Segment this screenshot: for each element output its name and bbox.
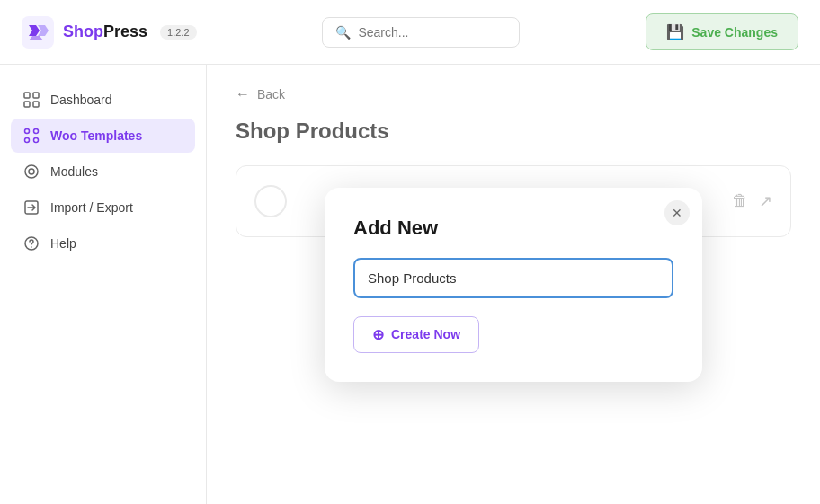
svg-point-10 bbox=[29, 169, 34, 174]
sidebar-item-dashboard-label: Dashboard bbox=[50, 93, 112, 107]
svg-point-6 bbox=[34, 129, 39, 134]
sidebar-item-dashboard[interactable]: Dashboard bbox=[11, 83, 195, 117]
modal-overlay: ✕ Add New ⊕ Create Now bbox=[207, 65, 820, 504]
logo-area: ShopPress 1.2.2 bbox=[22, 16, 197, 49]
version-badge: 1.2.2 bbox=[160, 25, 196, 40]
save-icon: 💾 bbox=[666, 23, 684, 40]
svg-rect-2 bbox=[33, 93, 39, 98]
search-icon: 🔍 bbox=[335, 25, 351, 40]
svg-rect-1 bbox=[24, 93, 30, 98]
save-button[interactable]: 💾 Save Changes bbox=[646, 13, 798, 50]
header: ShopPress 1.2.2 🔍 💾 Save Changes bbox=[0, 0, 820, 65]
svg-point-7 bbox=[25, 138, 30, 143]
logo-text: ShopPress bbox=[63, 22, 147, 41]
sidebar-item-modules[interactable]: Modules bbox=[11, 155, 195, 189]
modules-icon bbox=[23, 164, 40, 180]
create-label: Create Now bbox=[391, 327, 460, 341]
search-box[interactable]: 🔍 bbox=[322, 17, 520, 48]
sidebar-item-import-export[interactable]: Import / Export bbox=[11, 190, 195, 225]
svg-rect-3 bbox=[24, 102, 30, 107]
add-new-modal: ✕ Add New ⊕ Create Now bbox=[325, 188, 702, 382]
create-now-button[interactable]: ⊕ Create Now bbox=[353, 316, 479, 353]
sidebar-item-woo-templates[interactable]: Woo Templates bbox=[11, 119, 195, 153]
sidebar-item-import-export-label: Import / Export bbox=[50, 200, 133, 215]
woo-templates-icon bbox=[23, 128, 40, 144]
modal-name-input[interactable] bbox=[353, 258, 673, 298]
save-label: Save Changes bbox=[691, 25, 778, 40]
import-export-icon bbox=[23, 199, 40, 216]
dashboard-icon bbox=[23, 92, 40, 108]
create-icon: ⊕ bbox=[372, 326, 384, 343]
main-content: ← Back Shop Products 🗑 ↗ ✕ Add New ⊕ Cre… bbox=[207, 65, 820, 504]
layout: Dashboard Woo Templates Mo bbox=[0, 65, 820, 504]
svg-rect-4 bbox=[33, 102, 39, 107]
sidebar-item-woo-templates-label: Woo Templates bbox=[50, 128, 142, 143]
sidebar-item-modules-label: Modules bbox=[50, 164, 98, 179]
search-input[interactable] bbox=[358, 25, 502, 40]
sidebar: Dashboard Woo Templates Mo bbox=[0, 65, 207, 504]
sidebar-item-help[interactable]: Help bbox=[11, 226, 195, 261]
sidebar-item-help-label: Help bbox=[50, 236, 76, 251]
svg-point-8 bbox=[34, 138, 39, 143]
svg-point-13 bbox=[31, 246, 32, 248]
modal-close-button[interactable]: ✕ bbox=[664, 200, 690, 225]
help-icon bbox=[23, 235, 40, 252]
svg-point-9 bbox=[25, 165, 38, 178]
modal-title: Add New bbox=[353, 217, 673, 240]
logo-icon bbox=[22, 16, 54, 49]
svg-point-5 bbox=[25, 129, 30, 134]
